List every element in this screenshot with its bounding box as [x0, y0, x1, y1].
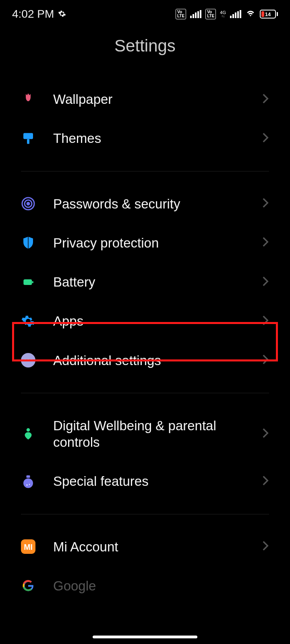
chevron-right-icon [262, 236, 269, 249]
volte-icon: VoLTE [176, 9, 186, 19]
svg-rect-5 [23, 279, 32, 285]
network-label: 4G↑↓ [220, 10, 226, 18]
fingerprint-icon [21, 196, 35, 211]
row-label: Passwords & security [53, 196, 244, 212]
status-left: 4:02 PM [12, 8, 66, 21]
row-wellbeing[interactable]: Digital Wellbeing & parental controls [0, 406, 290, 462]
svg-rect-1 [27, 139, 29, 144]
settings-list: Wallpaper Themes Passwords & security Pr… [0, 80, 290, 594]
row-themes[interactable]: Themes [0, 119, 290, 158]
chevron-right-icon [262, 315, 269, 328]
row-label: Themes [53, 130, 244, 147]
row-special[interactable]: Special features [0, 462, 290, 501]
svg-point-12 [27, 428, 30, 432]
row-additional[interactable]: Additional settings [0, 341, 290, 380]
row-battery[interactable]: Battery [0, 262, 290, 301]
chevron-right-icon [262, 427, 269, 440]
chevron-right-icon [262, 540, 269, 553]
row-wallpaper[interactable]: Wallpaper [0, 80, 290, 119]
divider [21, 393, 269, 393]
svg-rect-13 [27, 475, 30, 478]
row-label: Special features [53, 473, 244, 489]
signal-icon [230, 10, 241, 18]
brush-icon [21, 131, 35, 146]
svg-point-14 [23, 478, 33, 488]
volte-icon: VoLTE [205, 9, 216, 19]
home-indicator[interactable] [93, 636, 197, 638]
status-bar: 4:02 PM VoLTE VoLTE 4G↑↓ 14 [0, 0, 290, 24]
row-label: Privacy protection [53, 235, 244, 251]
row-label: Google [53, 578, 269, 594]
battery-indicator: 14 [260, 10, 278, 19]
svg-point-11 [30, 359, 32, 361]
chevron-right-icon [262, 475, 269, 488]
svg-point-16 [29, 484, 30, 485]
svg-point-4 [27, 202, 29, 205]
gear-icon [58, 8, 66, 21]
gear-icon [21, 314, 35, 328]
chevron-right-icon [262, 197, 269, 210]
divider [21, 171, 269, 171]
dots-icon [21, 353, 35, 367]
row-label: Wallpaper [53, 91, 244, 107]
svg-point-9 [24, 359, 26, 361]
row-label: Digital Wellbeing & parental controls [53, 417, 244, 451]
row-privacy[interactable]: Privacy protection [0, 223, 290, 262]
wifi-icon [245, 8, 256, 20]
signal-icon [190, 10, 201, 18]
chevron-right-icon [262, 93, 269, 106]
row-apps[interactable]: Apps [0, 301, 290, 341]
row-google[interactable]: Google [0, 566, 290, 594]
divider [21, 514, 269, 514]
row-passwords[interactable]: Passwords & security [0, 184, 290, 223]
chevron-right-icon [262, 132, 269, 145]
row-label: Apps [53, 313, 244, 329]
row-label: Additional settings [53, 352, 244, 369]
page-title: Settings [0, 36, 290, 56]
tulip-icon [21, 92, 35, 107]
battery-icon [21, 275, 35, 289]
google-icon [21, 578, 35, 593]
row-label: Mi Account [53, 539, 244, 555]
row-label: Battery [53, 274, 244, 290]
shield-icon [21, 235, 35, 250]
person-heart-icon [21, 427, 35, 441]
svg-text:MI: MI [24, 543, 33, 551]
status-right: VoLTE VoLTE 4G↑↓ 14 [176, 8, 278, 20]
svg-point-7 [27, 319, 30, 323]
svg-rect-6 [32, 281, 33, 283]
svg-point-15 [27, 484, 28, 485]
mi-icon: MI [21, 539, 35, 554]
flask-icon [21, 474, 35, 489]
chevron-right-icon [262, 354, 269, 367]
clock: 4:02 PM [12, 8, 54, 21]
row-miaccount[interactable]: MI Mi Account [0, 527, 290, 566]
chevron-right-icon [262, 276, 269, 289]
svg-rect-0 [23, 133, 33, 139]
svg-point-10 [27, 359, 29, 361]
